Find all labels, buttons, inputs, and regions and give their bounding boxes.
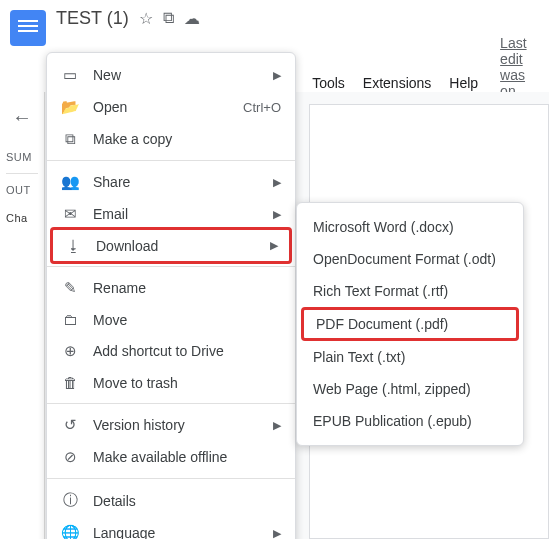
download-docx[interactable]: Microsoft Word (.docx) bbox=[297, 211, 523, 243]
download-submenu: Microsoft Word (.docx) OpenDocument Form… bbox=[296, 202, 524, 446]
menu-item-offline[interactable]: ⊘Make available offline bbox=[47, 441, 295, 473]
menu-item-download[interactable]: ⭳Download▶ bbox=[50, 227, 292, 264]
menu-help[interactable]: Help bbox=[447, 73, 480, 93]
share-icon: 👥 bbox=[61, 173, 79, 191]
move-folder-icon: 🗀 bbox=[61, 311, 79, 328]
download-txt[interactable]: Plain Text (.txt) bbox=[297, 341, 523, 373]
trash-icon: 🗑 bbox=[61, 374, 79, 391]
globe-icon: 🌐 bbox=[61, 524, 79, 539]
copy-icon: ⧉ bbox=[61, 130, 79, 148]
rename-icon: ✎ bbox=[61, 279, 79, 297]
menu-tools[interactable]: Tools bbox=[310, 73, 347, 93]
submenu-arrow-icon: ▶ bbox=[270, 239, 278, 252]
submenu-arrow-icon: ▶ bbox=[273, 208, 281, 221]
history-icon: ↺ bbox=[61, 416, 79, 434]
submenu-arrow-icon: ▶ bbox=[273, 176, 281, 189]
cloud-icon[interactable]: ☁ bbox=[184, 9, 200, 28]
menu-item-move[interactable]: 🗀Move bbox=[47, 304, 295, 335]
menu-item-email[interactable]: ✉Email▶ bbox=[47, 198, 295, 230]
menu-item-share[interactable]: 👥Share▶ bbox=[47, 166, 295, 198]
menu-item-make-copy[interactable]: ⧉Make a copy bbox=[47, 123, 295, 155]
sidebar-summary-label: SUM bbox=[0, 143, 44, 171]
menu-item-open[interactable]: 📂OpenCtrl+O bbox=[47, 91, 295, 123]
submenu-arrow-icon: ▶ bbox=[273, 69, 281, 82]
sidebar-chapter-label[interactable]: Cha bbox=[0, 204, 44, 232]
outline-sidebar: ← SUM OUT Cha bbox=[0, 92, 45, 539]
download-epub[interactable]: EPUB Publication (.epub) bbox=[297, 405, 523, 437]
menu-item-new[interactable]: ▭New▶ bbox=[47, 59, 295, 91]
download-pdf[interactable]: PDF Document (.pdf) bbox=[301, 307, 519, 341]
new-icon: ▭ bbox=[61, 66, 79, 84]
move-icon[interactable]: ⧉ bbox=[163, 9, 174, 28]
email-icon: ✉ bbox=[61, 205, 79, 223]
download-html[interactable]: Web Page (.html, zipped) bbox=[297, 373, 523, 405]
menu-item-language[interactable]: 🌐Language▶ bbox=[47, 517, 295, 539]
file-dropdown-menu: ▭New▶ 📂OpenCtrl+O ⧉Make a copy 👥Share▶ ✉… bbox=[46, 52, 296, 539]
shortcut-icon: ⊕ bbox=[61, 342, 79, 360]
menu-item-rename[interactable]: ✎Rename bbox=[47, 272, 295, 304]
back-arrow-icon[interactable]: ← bbox=[0, 92, 44, 143]
sidebar-outline-label: OUT bbox=[0, 176, 44, 204]
open-icon: 📂 bbox=[61, 98, 79, 116]
menu-item-add-shortcut[interactable]: ⊕Add shortcut to Drive bbox=[47, 335, 295, 367]
star-icon[interactable]: ☆ bbox=[139, 9, 153, 28]
docs-logo-icon[interactable] bbox=[10, 10, 46, 46]
menu-item-version-history[interactable]: ↺Version history▶ bbox=[47, 409, 295, 441]
download-rtf[interactable]: Rich Text Format (.rtf) bbox=[297, 275, 523, 307]
info-icon: ⓘ bbox=[61, 491, 79, 510]
offline-icon: ⊘ bbox=[61, 448, 79, 466]
download-icon: ⭳ bbox=[64, 237, 82, 254]
menu-extensions[interactable]: Extensions bbox=[361, 73, 433, 93]
doc-title[interactable]: TEST (1) bbox=[56, 8, 129, 29]
submenu-arrow-icon: ▶ bbox=[273, 419, 281, 432]
menu-item-details[interactable]: ⓘDetails bbox=[47, 484, 295, 517]
download-odt[interactable]: OpenDocument Format (.odt) bbox=[297, 243, 523, 275]
menu-item-move-trash[interactable]: 🗑Move to trash bbox=[47, 367, 295, 398]
submenu-arrow-icon: ▶ bbox=[273, 527, 281, 540]
